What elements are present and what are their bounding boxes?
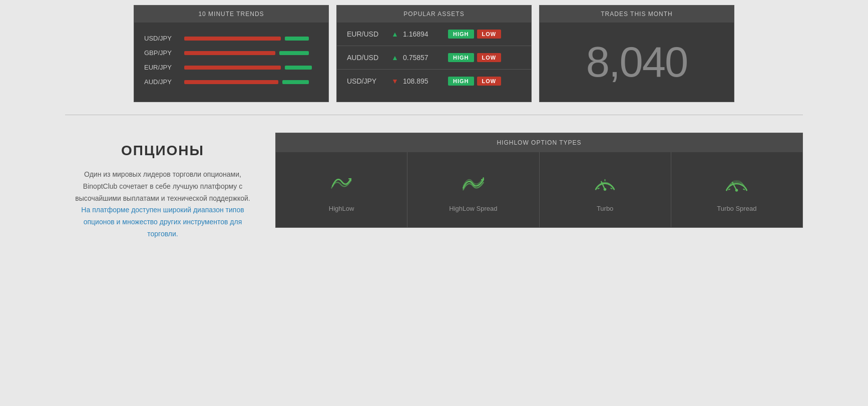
high-badge[interactable]: HIGH <box>448 30 474 39</box>
trend-label: GBP/JPY <box>144 49 179 57</box>
asset-arrow-icon: ▲ <box>391 54 399 62</box>
low-badge[interactable]: LOW <box>477 30 502 39</box>
trend-bar-green <box>282 80 309 84</box>
low-badge[interactable]: LOW <box>477 53 502 62</box>
info-title: ОПЦИОНЫ <box>75 143 250 159</box>
trend-bar-green <box>285 66 312 70</box>
svg-line-2 <box>598 188 600 189</box>
svg-line-8 <box>743 189 745 190</box>
trend-label: AUD/JPY <box>144 78 179 86</box>
asset-value: 0.75857 <box>403 54 441 62</box>
badge-group: HIGH LOW <box>448 53 501 62</box>
svg-point-6 <box>735 189 738 192</box>
asset-arrow-icon: ▲ <box>391 30 399 38</box>
svg-line-3 <box>611 188 613 189</box>
option-icon <box>458 167 488 197</box>
trends-widget: 10 MINUTE TRENDS USD/JPY GBP/JPY EUR/JPY… <box>134 5 329 102</box>
option-label: Turbo Spread <box>717 205 756 212</box>
option-item-turbo-spread[interactable]: Turbo Spread <box>671 152 802 227</box>
option-item-highlow-spread[interactable]: HighLow Spread <box>407 152 539 227</box>
asset-name: AUD/USD <box>347 54 387 62</box>
trends-body: USD/JPY GBP/JPY EUR/JPY AUD/JPY <box>134 23 328 98</box>
trend-row: EUR/JPY <box>144 64 318 71</box>
option-item-highlow[interactable]: HighLow <box>276 152 407 227</box>
option-icon <box>722 167 752 197</box>
assets-body: EUR/USD ▲ 1.16894 HIGH LOW AUD/USD ▲ 0.7… <box>337 23 531 93</box>
option-icon <box>326 167 356 197</box>
info-text: Один из мировых лидеров торговли опциона… <box>75 169 250 240</box>
asset-arrow-icon: ▼ <box>391 77 399 85</box>
svg-line-7 <box>728 189 730 190</box>
trend-label: USD/JPY <box>144 35 179 42</box>
trend-bar <box>184 51 318 55</box>
top-section: 10 MINUTE TRENDS USD/JPY GBP/JPY EUR/JPY… <box>0 0 868 107</box>
trend-bar-red <box>184 51 275 55</box>
trend-row: AUD/JPY <box>144 78 318 86</box>
high-badge[interactable]: HIGH <box>448 77 474 86</box>
asset-name: EUR/USD <box>347 30 387 38</box>
trades-header: TRADES THIS MONTH <box>540 6 734 23</box>
svg-point-1 <box>604 188 607 191</box>
trend-label: EUR/JPY <box>144 64 179 71</box>
asset-row: AUD/USD ▲ 0.75857 HIGH LOW <box>337 46 531 70</box>
option-label: HighLow <box>329 205 354 212</box>
info-text-highlight: На платформе доступен широкий диапазон т… <box>81 206 244 238</box>
trend-row: GBP/JPY <box>144 49 318 57</box>
asset-row: EUR/USD ▲ 1.16894 HIGH LOW <box>337 23 531 46</box>
trades-widget: TRADES THIS MONTH 8,040 <box>539 5 734 102</box>
asset-value: 108.895 <box>403 77 441 85</box>
info-panel: ОПЦИОНЫ Один из мировых лидеров торговли… <box>65 133 260 250</box>
badge-group: HIGH LOW <box>448 30 501 39</box>
low-badge[interactable]: LOW <box>477 77 502 86</box>
asset-value: 1.16894 <box>403 30 441 38</box>
assets-widget: POPULAR ASSETS EUR/USD ▲ 1.16894 HIGH LO… <box>336 5 532 102</box>
trend-bar-red <box>184 80 278 84</box>
options-widget: HIGHLOW OPTION TYPES HighLow HighLow Spr… <box>275 133 803 228</box>
trend-bar <box>184 80 318 84</box>
trend-bar-red <box>184 66 281 70</box>
trends-header: 10 MINUTE TRENDS <box>134 6 328 23</box>
trend-bar <box>184 66 318 70</box>
trend-row: USD/JPY <box>144 35 318 42</box>
trend-bar-green <box>279 51 309 55</box>
option-label: Turbo <box>597 205 613 212</box>
trend-bar <box>184 37 318 41</box>
options-grid: HighLow HighLow Spread Turbo Turbo Sprea… <box>276 152 802 227</box>
bottom-section: ОПЦИОНЫ Один из мировых лидеров торговли… <box>0 123 868 260</box>
trend-bar-red <box>184 37 281 41</box>
options-header: HIGHLOW OPTION TYPES <box>276 133 802 152</box>
high-badge[interactable]: HIGH <box>448 53 474 62</box>
section-divider <box>65 115 803 115</box>
assets-header: POPULAR ASSETS <box>337 6 531 23</box>
badge-group: HIGH LOW <box>448 77 501 86</box>
asset-row: USD/JPY ▼ 108.895 HIGH LOW <box>337 70 531 93</box>
option-item-turbo[interactable]: Turbo <box>540 152 671 227</box>
trades-count: 8,040 <box>540 23 734 102</box>
option-icon <box>590 167 620 197</box>
trend-bar-green <box>285 37 309 41</box>
option-label: HighLow Spread <box>449 205 497 212</box>
asset-name: USD/JPY <box>347 77 387 85</box>
